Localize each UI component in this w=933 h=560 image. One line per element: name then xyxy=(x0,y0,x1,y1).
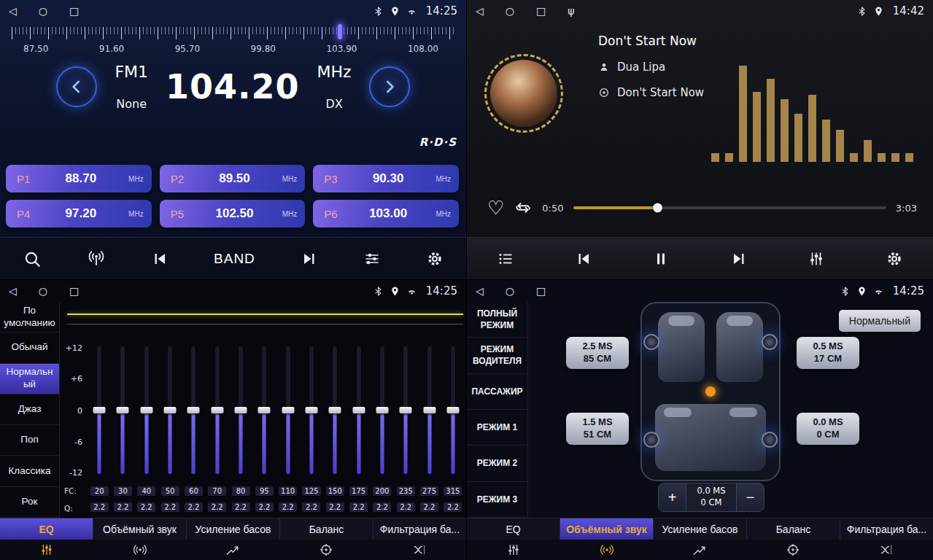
eq-preset-item[interactable]: Рок xyxy=(0,487,59,518)
eq-preset-item[interactable]: Нормальный xyxy=(0,364,59,394)
surround-tab-button[interactable] xyxy=(93,540,187,560)
eq-preset-item[interactable]: Обычай xyxy=(0,332,59,363)
slider-handle[interactable] xyxy=(258,407,271,413)
settings-button[interactable] xyxy=(426,250,444,268)
delay-decrease-button[interactable]: − xyxy=(736,483,764,511)
eq-preset-item[interactable]: Классика xyxy=(0,456,59,486)
nav-recents-icon[interactable]: □ xyxy=(69,286,79,296)
eq-band-slider[interactable] xyxy=(323,346,347,474)
slider-handle[interactable] xyxy=(376,407,388,413)
next-button[interactable] xyxy=(301,250,318,268)
eq-band-slider[interactable] xyxy=(252,346,276,474)
repeat-button[interactable] xyxy=(514,198,533,217)
previous-button[interactable] xyxy=(575,250,592,268)
slider-handle[interactable] xyxy=(305,407,317,413)
slider-handle[interactable] xyxy=(352,407,365,413)
listening-mode-item[interactable]: РЕЖИМ 1 xyxy=(467,410,527,446)
audio-tab[interactable]: Фильтрация ба... xyxy=(373,518,466,540)
slider-handle[interactable] xyxy=(235,407,247,413)
eq-band-slider[interactable] xyxy=(182,346,205,474)
audio-tab[interactable]: Баланс xyxy=(279,518,373,540)
eq-band-slider[interactable] xyxy=(276,346,300,474)
filter-tab-button[interactable] xyxy=(840,540,933,560)
settings-button[interactable] xyxy=(886,250,903,268)
nav-recents-icon[interactable]: □ xyxy=(69,6,79,16)
playlist-button[interactable] xyxy=(497,250,514,268)
audio-tab[interactable]: Объёмный звук xyxy=(560,518,653,540)
listening-mode-item[interactable]: РЕЖИМ 3 xyxy=(467,482,527,518)
delay-increase-button[interactable]: + xyxy=(659,483,686,511)
audio-tab[interactable]: Усиление басов xyxy=(186,518,279,540)
audio-tab[interactable]: Усиление басов xyxy=(653,518,746,540)
eq-band-slider[interactable] xyxy=(135,346,158,474)
eq-scroll-indicator[interactable] xyxy=(67,314,463,315)
eq-band-slider[interactable] xyxy=(88,346,111,474)
slider-handle[interactable] xyxy=(187,407,200,413)
nav-back-icon[interactable]: ◁ xyxy=(9,286,17,296)
slider-handle[interactable] xyxy=(400,407,412,413)
audio-tab[interactable]: EQ xyxy=(0,518,93,540)
preset-button[interactable]: P2 89.50 MHz xyxy=(160,165,306,192)
nav-back-icon[interactable]: ◁ xyxy=(476,286,484,296)
preset-button[interactable]: P6 103.00 MHz xyxy=(313,200,459,228)
surround-tab-button[interactable] xyxy=(560,540,654,560)
balance-tab-button[interactable] xyxy=(746,540,840,560)
slider-handle[interactable] xyxy=(211,407,223,413)
slider-handle[interactable] xyxy=(164,407,177,413)
balance-tab-button[interactable] xyxy=(279,540,373,560)
listening-mode-item[interactable]: РЕЖИМ ВОДИТЕЛЯ xyxy=(467,338,527,373)
nav-back-icon[interactable]: ◁ xyxy=(476,6,484,16)
listening-mode-item[interactable]: РЕЖИМ 2 xyxy=(467,446,527,481)
eq-preset-item[interactable]: Поп xyxy=(0,425,59,456)
front-right-delay-button[interactable]: 0.5 MS 17 CM xyxy=(797,337,859,369)
eq-band-slider[interactable] xyxy=(371,346,394,474)
preset-button[interactable]: P5 102.50 MHz xyxy=(160,200,306,228)
eq-band-slider[interactable] xyxy=(158,346,182,474)
pause-button[interactable] xyxy=(652,250,670,268)
preset-button[interactable]: P4 97.20 MHz xyxy=(6,200,152,228)
band-button[interactable]: BAND xyxy=(214,251,255,267)
equalizer-button[interactable] xyxy=(363,250,381,268)
bass-boost-tab-button[interactable] xyxy=(187,540,280,560)
slider-handle[interactable] xyxy=(423,407,435,413)
tune-up-button[interactable] xyxy=(369,66,410,107)
rear-left-delay-button[interactable]: 1.5 MS 51 CM xyxy=(566,413,629,445)
tune-down-button[interactable] xyxy=(56,66,97,107)
audio-tab[interactable]: Фильтрация ба... xyxy=(840,518,933,540)
front-left-delay-button[interactable]: 2.5 MS 85 CM xyxy=(566,337,629,369)
next-button[interactable] xyxy=(730,250,748,268)
favorite-button[interactable]: ♡ xyxy=(487,198,504,217)
slider-handle[interactable] xyxy=(117,407,129,413)
nav-recents-icon[interactable]: □ xyxy=(536,286,546,296)
slider-handle[interactable] xyxy=(329,407,341,413)
equalizer-tab-button[interactable] xyxy=(467,540,560,560)
eq-band-slider[interactable] xyxy=(229,346,252,474)
frequency-ruler[interactable]: 87.5091.6095.7099.80103.90108.00 xyxy=(0,23,466,58)
eq-band-slider[interactable] xyxy=(206,346,229,474)
audio-tab[interactable]: EQ xyxy=(467,518,560,540)
nav-home-icon[interactable]: ○ xyxy=(39,286,47,296)
listening-mode-item[interactable]: ПАССАЖИР xyxy=(467,374,527,410)
listening-mode-item[interactable]: ПОЛНЫЙ РЕЖИМ xyxy=(467,302,527,338)
listening-position-dot[interactable] xyxy=(705,386,716,397)
preset-button[interactable]: P3 90.30 MHz xyxy=(313,165,459,192)
progress-knob[interactable] xyxy=(653,203,662,213)
bass-boost-tab-button[interactable] xyxy=(654,540,747,560)
nav-home-icon[interactable]: ○ xyxy=(506,6,514,16)
filter-tab-button[interactable] xyxy=(373,540,466,560)
frequency-indicator[interactable] xyxy=(338,24,342,39)
nav-recents-icon[interactable]: □ xyxy=(536,6,546,16)
surround-preset-button[interactable]: Нормальный xyxy=(839,310,921,332)
eq-band-slider[interactable] xyxy=(417,346,441,474)
eq-band-slider[interactable] xyxy=(441,346,465,474)
eq-band-slider[interactable] xyxy=(111,346,134,474)
broadcast-button[interactable] xyxy=(87,249,106,268)
audio-tab[interactable]: Баланс xyxy=(746,518,840,540)
nav-back-icon[interactable]: ◁ xyxy=(9,6,17,16)
equalizer-button[interactable] xyxy=(808,250,825,268)
nav-home-icon[interactable]: ○ xyxy=(39,6,47,16)
progress-bar[interactable] xyxy=(573,206,886,209)
search-button[interactable] xyxy=(23,249,42,268)
preset-button[interactable]: P1 88.70 MHz xyxy=(6,165,152,192)
eq-preset-item[interactable]: По умолчанию xyxy=(0,302,59,332)
